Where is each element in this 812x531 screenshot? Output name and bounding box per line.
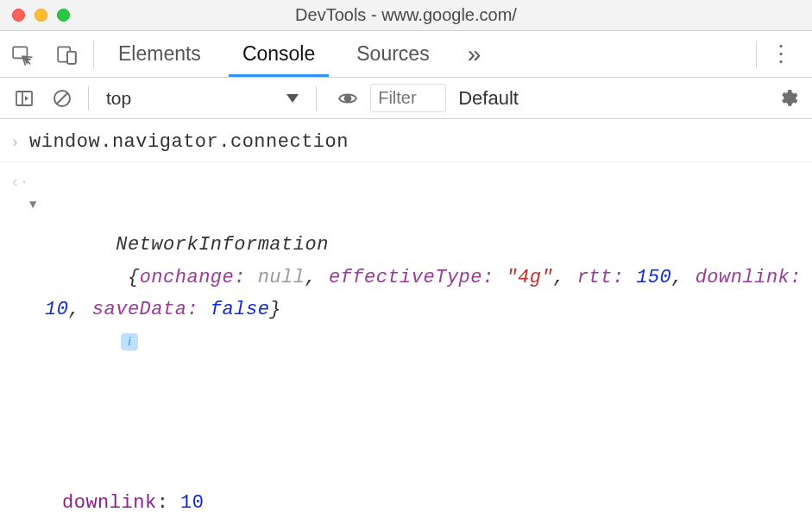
more-options-icon[interactable]: ⋮ <box>764 31 798 77</box>
tab-console[interactable]: Console <box>222 31 336 77</box>
summary-key-onchange: onchange: <box>140 267 246 288</box>
svg-rect-4 <box>16 92 32 105</box>
log-level-selector[interactable]: Default <box>453 87 524 110</box>
console-toolbar: top Default <box>0 78 812 119</box>
summary-val-onchange: null <box>258 267 305 288</box>
summary-key-effectivetype-b: e: <box>470 267 494 288</box>
summary-val-rtt: 150 <box>636 267 671 288</box>
brace-close: } <box>269 299 281 320</box>
traffic-lights <box>12 9 70 22</box>
toggle-device-icon[interactable] <box>45 31 90 77</box>
separator <box>316 86 317 111</box>
expand-object-icon[interactable]: ▼ <box>29 195 37 216</box>
window-titlebar: DevTools - www.google.com/ <box>0 0 812 31</box>
svg-rect-2 <box>67 51 76 63</box>
chevron-down-icon <box>286 94 299 103</box>
sep: , <box>68 299 91 320</box>
console-input-row: › window.navigator.connection <box>0 124 812 162</box>
devtools-tabbar: Elements Console Sources » ⋮ <box>0 31 812 78</box>
tab-elements[interactable]: Elements <box>98 31 222 77</box>
summary-key-rtt: rtt: <box>577 267 625 288</box>
console-input-code[interactable]: window.navigator.connection <box>29 126 802 158</box>
output-return-icon: ‹· <box>10 164 29 196</box>
summary-val-savedata: false <box>211 299 270 320</box>
object-type-name: NetworkInformation <box>116 234 329 256</box>
summary-key-effectivetype-a: effectiveTyp <box>329 267 470 288</box>
svg-marker-6 <box>25 96 28 101</box>
filter-input[interactable] <box>370 84 446 112</box>
toggle-sidebar-icon[interactable] <box>9 83 40 114</box>
inspect-element-icon[interactable] <box>0 31 45 77</box>
context-label: top <box>106 88 131 109</box>
summary-key-savedata: saveData: <box>92 299 198 320</box>
sep: , <box>553 267 576 288</box>
sep: , <box>305 267 328 288</box>
brace-open: { <box>128 267 140 288</box>
console-output: › window.navigator.connection ‹· ▼ Netwo… <box>0 119 812 531</box>
object-properties: downlink: 10 effectiveType: "4g" onchang… <box>45 423 802 531</box>
input-chevron-icon: › <box>10 126 29 156</box>
sep: , <box>671 267 695 288</box>
live-expression-icon[interactable] <box>332 83 363 114</box>
tabs-overflow-button[interactable]: » <box>450 41 500 68</box>
svg-line-8 <box>57 93 67 104</box>
separator <box>88 86 89 111</box>
console-output-row: ‹· ▼ NetworkInformation {onchange: null,… <box>0 162 812 531</box>
separator <box>93 41 94 68</box>
window-title: DevTools - www.google.com/ <box>0 5 812 25</box>
summary-val-effectivetype: "4g" <box>506 267 553 288</box>
close-window-button[interactable] <box>12 9 25 22</box>
context-selector[interactable]: top <box>99 86 305 111</box>
info-icon[interactable]: i <box>121 333 138 351</box>
summary-key-downlink: downlink: <box>696 267 802 288</box>
settings-gear-icon[interactable] <box>772 83 803 114</box>
separator <box>756 41 757 67</box>
clear-console-icon[interactable] <box>47 83 78 114</box>
tab-sources[interactable]: Sources <box>336 31 450 77</box>
console-output-object[interactable]: ▼ NetworkInformation {onchange: null, ef… <box>29 164 802 531</box>
prop-downlink[interactable]: downlink: 10 <box>45 487 802 519</box>
minimize-window-button[interactable] <box>35 9 47 22</box>
summary-val-downlink: 10 <box>45 299 68 320</box>
maximize-window-button[interactable] <box>57 9 70 22</box>
svg-point-9 <box>345 95 351 101</box>
